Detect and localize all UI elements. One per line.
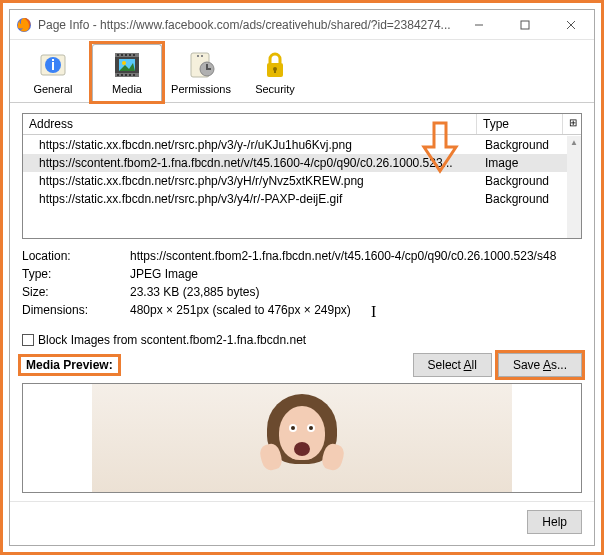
media-properties: Location:https://scontent.fbom2-1.fna.fb…: [22, 247, 582, 319]
maximize-button[interactable]: [502, 10, 548, 40]
type-value: JPEG Image: [130, 267, 582, 281]
tab-label: Security: [255, 83, 295, 95]
svg-rect-2: [521, 21, 529, 29]
svg-rect-14: [125, 54, 127, 56]
cell-address: https://static.xx.fbcdn.net/rsrc.php/v3/…: [23, 192, 481, 206]
dimensions-label: Dimensions:: [22, 303, 130, 317]
permissions-icon: [185, 49, 217, 81]
svg-rect-29: [197, 55, 199, 57]
size-value: 23.33 KB (23,885 bytes): [130, 285, 582, 299]
preview-image: [92, 384, 512, 492]
cell-type: Background: [481, 192, 567, 206]
block-images-checkbox[interactable]: [22, 334, 34, 346]
tab-media[interactable]: Media: [92, 44, 162, 103]
location-value: https://scontent.fbom2-1.fna.fbcdn.net/v…: [130, 249, 582, 263]
table-row[interactable]: https://static.xx.fbcdn.net/rsrc.php/v3/…: [23, 190, 567, 208]
minimize-button[interactable]: [456, 10, 502, 40]
col-address[interactable]: Address: [23, 114, 477, 134]
tab-label: Media: [112, 83, 142, 95]
cell-address: https://static.xx.fbcdn.net/rsrc.php/v3/…: [23, 138, 481, 152]
tab-permissions[interactable]: Permissions: [166, 44, 236, 102]
svg-rect-17: [117, 74, 119, 76]
cell-type: Image: [481, 156, 567, 170]
svg-rect-27: [206, 68, 211, 70]
svg-rect-18: [121, 74, 123, 76]
info-icon: [37, 49, 69, 81]
help-button[interactable]: Help: [527, 510, 582, 534]
cell-type: Background: [481, 174, 567, 188]
table-row[interactable]: https://scontent.fbom2-1.fna.fbcdn.net/v…: [23, 154, 567, 172]
save-as-button[interactable]: Save As...: [498, 353, 582, 377]
svg-rect-8: [52, 59, 54, 61]
firefox-icon: [16, 17, 32, 33]
table-row[interactable]: https://static.xx.fbcdn.net/rsrc.php/v3/…: [23, 172, 567, 190]
type-label: Type:: [22, 267, 130, 281]
svg-rect-32: [274, 69, 276, 73]
tab-label: Permissions: [171, 83, 231, 95]
scrollbar[interactable]: ▲: [567, 136, 581, 238]
select-all-button[interactable]: Select All: [413, 353, 492, 377]
svg-rect-20: [129, 74, 131, 76]
svg-rect-7: [52, 62, 54, 70]
title-bar: Page Info - https://www.facebook.com/ads…: [10, 10, 594, 40]
table-row[interactable]: https://static.xx.fbcdn.net/rsrc.php/v3/…: [23, 136, 567, 154]
tab-strip: General Media Permissions: [10, 40, 594, 103]
tab-label: General: [33, 83, 72, 95]
location-label: Location:: [22, 249, 130, 263]
close-button[interactable]: [548, 10, 594, 40]
block-images-label: Block Images from scontent.fbom2-1.fna.f…: [38, 333, 306, 347]
size-label: Size:: [22, 285, 130, 299]
svg-rect-19: [125, 74, 127, 76]
lock-icon: [259, 49, 291, 81]
svg-rect-21: [133, 74, 135, 76]
svg-rect-16: [133, 54, 135, 56]
cell-address: https://scontent.fbom2-1.fna.fbcdn.net/v…: [23, 156, 481, 170]
media-preview: [22, 383, 582, 493]
window-title: Page Info - https://www.facebook.com/ads…: [38, 18, 456, 32]
scroll-up-icon: ▲: [570, 136, 578, 150]
tab-security[interactable]: Security: [240, 44, 310, 102]
cell-type: Background: [481, 138, 567, 152]
media-preview-label: Media Preview:: [22, 356, 117, 374]
col-type[interactable]: Type: [477, 114, 563, 134]
media-icon: [111, 49, 143, 81]
svg-rect-15: [129, 54, 131, 56]
cell-address: https://static.xx.fbcdn.net/rsrc.php/v3/…: [23, 174, 481, 188]
column-picker[interactable]: ⊞: [563, 114, 581, 134]
svg-point-23: [122, 61, 126, 65]
svg-rect-13: [121, 54, 123, 56]
media-table: Address Type ⊞ https://static.xx.fbcdn.n…: [22, 113, 582, 239]
dimensions-value: 480px × 251px (scaled to 476px × 249px): [130, 303, 582, 317]
svg-rect-12: [117, 54, 119, 56]
tab-general[interactable]: General: [18, 44, 88, 102]
svg-rect-28: [201, 55, 203, 57]
